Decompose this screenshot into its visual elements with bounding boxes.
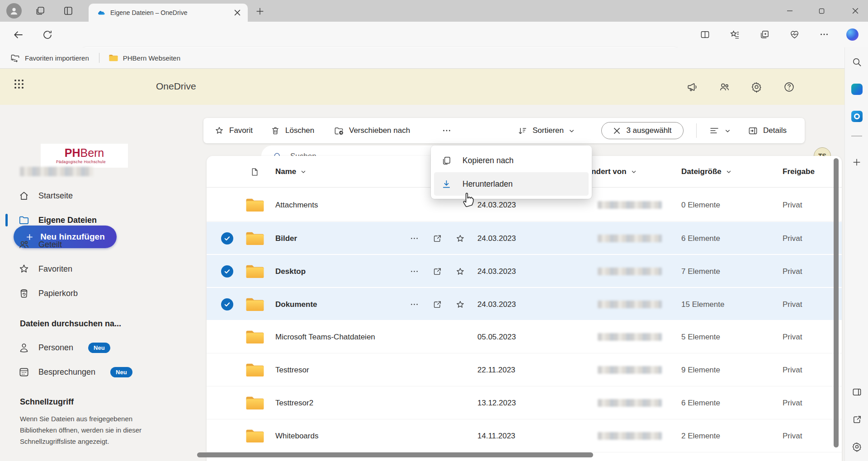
menu-item-copy-to[interactable]: Kopieren nach — [434, 149, 589, 172]
table-row[interactable]: Testtresor2 13.12.2023 6 Elemente Privat — [207, 386, 842, 419]
details-button[interactable]: Details — [748, 118, 787, 143]
meetings-calendar-icon — [18, 366, 30, 378]
selected-check-icon[interactable] — [221, 298, 233, 310]
outlook-app-icon[interactable] — [849, 109, 864, 123]
selected-count-pill[interactable]: 3 ausgewählt — [601, 122, 684, 139]
copilot-icon[interactable] — [844, 26, 861, 43]
file-name[interactable]: Dokumente — [275, 288, 317, 321]
favorites-hub-icon[interactable] — [727, 27, 742, 42]
row-more-actions-button[interactable] — [408, 222, 420, 255]
sidebar-settings-gear-icon[interactable] — [849, 439, 864, 454]
sidebar: Neu hinzufügen Startseite Eigene Dateien… — [0, 105, 203, 461]
sidebar-item-startseite[interactable]: Startseite — [18, 188, 73, 203]
tab-groups-icon[interactable] — [34, 5, 46, 17]
person-icon — [18, 342, 30, 353]
people-icon — [18, 239, 30, 250]
row-favorite-button[interactable] — [454, 288, 466, 321]
sidebar-add-icon[interactable] — [849, 155, 864, 169]
settings-gear-icon[interactable] — [749, 80, 764, 94]
table-row[interactable]: Microsoft Teams-Chatdateien 05.05.2023 5… — [207, 320, 842, 353]
selected-check-icon[interactable] — [221, 265, 233, 278]
sort-button[interactable]: Sortieren — [517, 118, 575, 143]
window-maximize-button[interactable] — [811, 0, 832, 22]
sharing-status: Privat — [783, 353, 802, 386]
active-tab[interactable]: Eigene Dateien – OneDrive — [89, 4, 248, 22]
table-row[interactable]: Bilder 24.03.2023 6 Elemente P — [207, 221, 842, 254]
app-launcher-waffle-icon[interactable] — [10, 75, 28, 93]
sidebar-item-personen[interactable]: Personen Neu — [18, 340, 110, 355]
selected-check-icon[interactable] — [221, 232, 233, 245]
window-minimize-button[interactable] — [779, 0, 800, 22]
table-row[interactable]: Whiteboards 14.11.2023 2 Elemente Privat — [207, 419, 842, 452]
sidebar-item-papierkorb[interactable]: Papierkorb — [18, 286, 78, 301]
file-name[interactable]: Desktop — [275, 255, 306, 288]
contacts-icon[interactable] — [717, 80, 731, 94]
collections-icon[interactable] — [757, 27, 772, 42]
row-share-button[interactable] — [431, 222, 443, 255]
file-size: 2 Elemente — [681, 419, 720, 452]
column-type-icon[interactable] — [250, 156, 259, 188]
tab-close-icon[interactable] — [231, 7, 243, 19]
column-header-sharing[interactable]: Freigabe — [783, 156, 815, 188]
file-name[interactable]: Testtresor2 — [275, 386, 313, 419]
row-favorite-button[interactable] — [454, 222, 466, 255]
row-favorite-button[interactable] — [454, 255, 466, 288]
move-to-button[interactable]: Verschieben nach — [334, 118, 410, 143]
megaphone-icon[interactable] — [684, 80, 699, 94]
browser-profile-button[interactable] — [6, 3, 22, 19]
table-row[interactable]: Dokumente 24.03.2023 15 Elemente — [207, 287, 842, 320]
file-name[interactable]: Whiteboards — [275, 419, 318, 452]
help-icon[interactable] — [782, 80, 796, 94]
sidebar-search-icon[interactable] — [849, 55, 864, 69]
sharing-status: Privat — [783, 419, 802, 452]
m365-copilot-app-icon[interactable] — [849, 82, 864, 96]
table-row[interactable]: Desktop 24.03.2023 7 Elemente — [207, 254, 842, 287]
bookmark-folder-phbern[interactable]: PHBern Webseiten — [108, 53, 180, 62]
file-name[interactable]: Microsoft Teams-Chatdateien — [275, 320, 375, 353]
folder-icon — [245, 386, 265, 419]
column-header-size[interactable]: Dateigröße — [681, 156, 731, 188]
table-row[interactable]: Testtresor 22.11.2023 9 Elemente Privat — [207, 353, 842, 386]
bookmarks-divider — [99, 53, 99, 63]
chevron-down-icon — [301, 169, 306, 174]
view-options-button[interactable] — [709, 118, 731, 143]
star-icon — [18, 263, 30, 275]
browser-settings-more-icon[interactable] — [817, 27, 831, 42]
horizontal-scrollbar[interactable] — [197, 452, 593, 457]
open-external-icon[interactable] — [849, 412, 864, 427]
row-share-button[interactable] — [431, 288, 443, 321]
onedrive-cloud-icon — [96, 8, 106, 18]
menu-item-download[interactable]: Herunterladen — [434, 172, 589, 196]
modified-by-redacted — [598, 255, 662, 288]
refresh-button[interactable] — [40, 27, 55, 42]
sidebar-item-besprechungen[interactable]: Besprechungen Neu — [18, 364, 132, 380]
file-name[interactable]: Attachments — [275, 188, 318, 221]
workspaces-icon[interactable] — [62, 5, 74, 17]
window-close-button[interactable] — [843, 0, 868, 22]
dismiss-selection-icon[interactable] — [613, 127, 621, 135]
vertical-scrollbar[interactable] — [834, 158, 839, 447]
sidebar-item-favoriten[interactable]: Favoriten — [18, 261, 72, 277]
delete-button[interactable]: Löschen — [270, 118, 314, 143]
browser-essentials-icon[interactable] — [787, 27, 802, 42]
sidebar-panel-icon[interactable] — [849, 385, 864, 399]
modified-by-redacted — [598, 419, 662, 452]
new-tab-button[interactable] — [254, 5, 266, 17]
file-name[interactable]: Testtresor — [275, 353, 309, 386]
favorite-button[interactable]: Favorit — [214, 118, 253, 143]
app-name: OneDrive — [156, 81, 196, 92]
row-more-actions-button[interactable] — [408, 288, 420, 321]
back-button[interactable] — [11, 27, 26, 42]
split-screen-icon[interactable] — [698, 27, 712, 42]
sidebar-item-geteilt[interactable]: Geteilt — [18, 237, 62, 252]
row-more-actions-button[interactable] — [408, 255, 420, 288]
folder-icon — [18, 214, 30, 226]
file-name[interactable]: Bilder — [275, 222, 297, 255]
import-favorites-icon — [10, 53, 20, 63]
column-header-name[interactable]: Name — [275, 156, 306, 188]
row-share-button[interactable] — [431, 255, 443, 288]
import-favorites-button[interactable]: Favoriten importieren — [10, 53, 89, 63]
sidebar-item-eigene-dateien[interactable]: Eigene Dateien — [18, 212, 97, 228]
sharing-status: Privat — [783, 288, 802, 321]
more-commands-button[interactable] — [438, 118, 456, 143]
